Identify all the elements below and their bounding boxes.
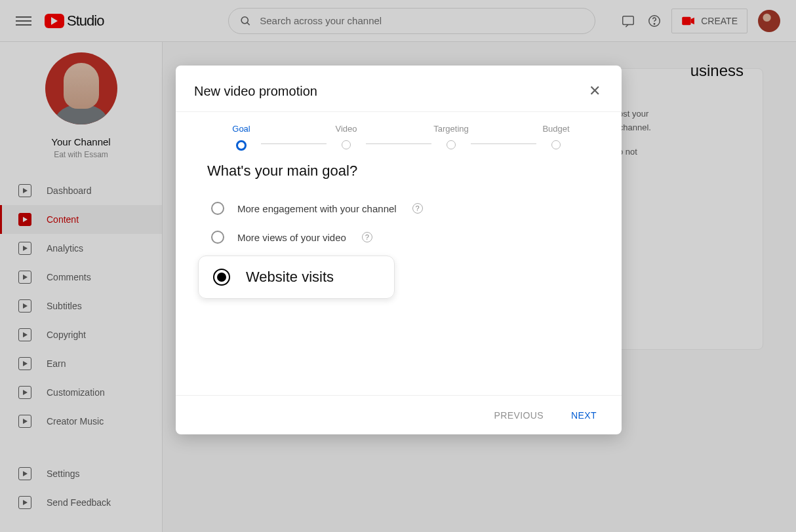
next-button[interactable]: NEXT	[567, 405, 601, 426]
sidebar-item-copyright[interactable]: Copyright	[0, 320, 162, 349]
sidebar-item-subtitles[interactable]: Subtitles	[0, 292, 162, 320]
studio-logo[interactable]: Studio	[45, 12, 104, 29]
goal-option-website-visits[interactable]: Website visits	[198, 256, 395, 299]
modal-title: New video promotion	[194, 84, 317, 99]
nav-label: Send Feedback	[47, 497, 111, 508]
sidebar-item-earn[interactable]: Earn	[0, 349, 162, 378]
help-icon[interactable]: ?	[362, 232, 372, 242]
sidebar-footer: Settings Send Feedback	[0, 455, 162, 517]
option-label: More engagement with your channel	[237, 203, 397, 214]
svg-line-1	[247, 22, 250, 25]
sidebar-item-dashboard[interactable]: Dashboard	[0, 176, 162, 205]
step-dot-icon	[551, 140, 561, 149]
channel-name: Eat with Essam	[54, 150, 108, 159]
sidebar-nav: Dashboard Content Analytics Comments Sub…	[0, 172, 162, 436]
step-video[interactable]: Video	[327, 124, 366, 149]
help-icon[interactable]: ?	[412, 203, 423, 214]
nav-label: Copyright	[47, 330, 86, 340]
modal-stepper: Goal Video Targeting Budget	[176, 112, 622, 157]
modal-header: New video promotion ✕	[176, 66, 622, 112]
nav-label: Comments	[47, 272, 91, 282]
create-button[interactable]: CREATE	[671, 9, 747, 33]
step-label: Video	[335, 124, 357, 134]
channel-label: Your Channel	[51, 136, 110, 147]
search-input[interactable]	[260, 15, 584, 26]
camera-icon	[681, 16, 696, 26]
promotion-modal: New video promotion ✕ Goal Video Targeti…	[176, 66, 622, 434]
radio-icon	[211, 202, 224, 215]
create-label: CREATE	[701, 16, 738, 26]
search-icon	[239, 14, 252, 28]
logo-text: Studio	[67, 12, 104, 29]
channel-avatar	[45, 52, 117, 124]
step-line	[261, 143, 327, 144]
step-dot-icon	[236, 140, 247, 151]
modal-question: What's your main goal?	[207, 162, 590, 180]
nav-label: Customization	[47, 387, 105, 398]
nav-label: Content	[47, 214, 79, 225]
step-label: Goal	[232, 124, 250, 134]
sidebar-item-customization[interactable]: Customization	[0, 378, 162, 407]
feedback-icon[interactable]	[615, 8, 641, 34]
option-label: More views of your video	[237, 232, 346, 243]
step-goal[interactable]: Goal	[222, 124, 261, 151]
step-budget[interactable]: Budget	[536, 124, 576, 149]
svg-rect-2	[623, 16, 634, 24]
sidebar-item-content[interactable]: Content	[0, 205, 162, 234]
menu-icon[interactable]	[16, 13, 31, 29]
modal-body: What's your main goal? More engagement w…	[176, 157, 622, 395]
sidebar-item-creator-music[interactable]: Creator Music	[0, 407, 162, 436]
step-label: Budget	[542, 124, 569, 134]
svg-rect-5	[682, 16, 690, 24]
sidebar-item-feedback[interactable]: Send Feedback	[0, 488, 162, 517]
nav-label: Creator Music	[47, 416, 104, 427]
step-dot-icon	[342, 140, 351, 149]
sidebar-item-analytics[interactable]: Analytics	[0, 234, 162, 263]
search-bar[interactable]	[228, 8, 595, 34]
sidebar-item-comments[interactable]: Comments	[0, 263, 162, 292]
nav-label: Settings	[47, 468, 80, 479]
step-line	[366, 143, 431, 144]
svg-point-4	[654, 23, 655, 24]
radio-icon	[211, 231, 224, 244]
previous-button[interactable]: PREVIOUS	[490, 405, 547, 426]
nav-label: Earn	[47, 358, 66, 369]
user-avatar[interactable]	[758, 10, 780, 32]
help-icon[interactable]	[641, 8, 667, 34]
modal-footer: PREVIOUS NEXT	[176, 395, 622, 434]
step-targeting[interactable]: Targeting	[431, 124, 471, 149]
channel-block[interactable]: Your Channel Eat with Essam	[0, 52, 162, 172]
radio-selected-icon	[213, 269, 230, 286]
nav-label: Analytics	[47, 243, 83, 254]
goal-option-engagement[interactable]: More engagement with your channel ?	[211, 194, 590, 223]
nav-label: Dashboard	[47, 185, 92, 196]
step-dot-icon	[447, 140, 456, 149]
youtube-play-icon	[45, 14, 64, 28]
svg-point-0	[242, 16, 249, 23]
option-label: Website visits	[246, 269, 334, 286]
step-label: Targeting	[433, 124, 468, 134]
step-line	[471, 143, 536, 144]
sidebar: Your Channel Eat with Essam Dashboard Co…	[0, 42, 163, 532]
goal-option-views[interactable]: More views of your video ?	[211, 223, 590, 252]
close-icon[interactable]: ✕	[586, 81, 603, 101]
sidebar-item-settings[interactable]: Settings	[0, 459, 162, 488]
app-header: Studio CREATE	[0, 0, 796, 42]
nav-label: Subtitles	[47, 301, 82, 311]
background-title-fragment: usiness	[690, 62, 744, 80]
